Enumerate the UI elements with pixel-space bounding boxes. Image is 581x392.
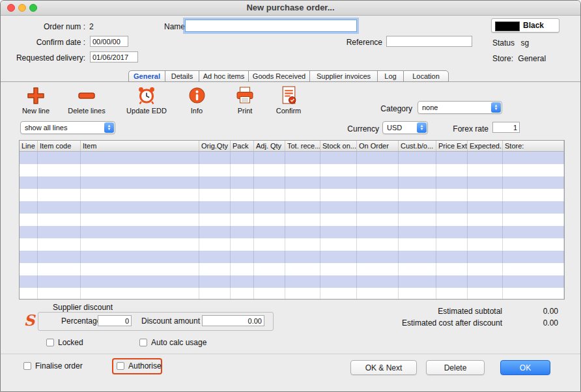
discount-amount-label: Discount amount [141,316,200,326]
column-separator [399,152,436,299]
column-separator [357,152,399,299]
category-dropdown[interactable]: none ▲▼ [418,101,502,114]
order-num-label: Order num : [1,22,85,31]
confirm-date-input[interactable] [90,36,128,47]
title-bar[interactable]: New purchase order... [1,1,580,16]
column-header-on-order[interactable]: On Order [357,141,399,151]
confirm-button[interactable]: Confirm [264,85,313,115]
category-value: none [422,104,438,111]
forex-rate-label: Forex rate [449,124,489,133]
tab-ad-hoc-items[interactable]: Ad hoc items [199,70,248,82]
chevron-up-down-icon: ▲▼ [104,122,114,133]
column-separator [20,152,38,299]
info-label: Info [191,107,203,115]
column-header-price-ext[interactable]: Price Ext [436,141,468,151]
line-filter-value: show all lines [25,124,67,132]
store-label: Store: [492,54,513,63]
name-input[interactable] [185,20,357,32]
confirm-label: Confirm [276,107,302,115]
locked-label: Locked [58,338,83,347]
info-button[interactable]: Info [172,85,221,115]
percentage-input[interactable] [98,315,132,326]
locked-checkbox[interactable] [46,339,54,346]
finalise-order-checkbox[interactable] [23,362,31,370]
store-value: General [518,54,546,63]
tab-general[interactable]: General [128,70,165,82]
column-header-store[interactable]: Store: [503,141,564,151]
info-icon [188,85,206,105]
supplier-icon[interactable]: S [21,313,37,328]
column-header-adj-qty[interactable]: Adj. Qty [254,141,285,151]
table-grid-lines [20,152,564,299]
new-line-label: New line [22,107,50,115]
column-separator [231,152,254,299]
forex-rate-input[interactable] [492,122,520,133]
estimated-cost-after-discount-value: 0.00 [515,318,558,328]
tab-supplier-invoices[interactable]: Supplier invoices [309,70,377,82]
supplier-discount-label: Supplier discount [53,303,113,312]
color-picker-button[interactable]: Black [491,18,560,33]
estimated-cost-after-discount-label: Estimated cost after discount [365,318,502,328]
color-swatch [495,21,520,31]
status-value: sg [520,38,529,48]
finalise-order-label: Finalise order [35,361,83,371]
update-edd-button[interactable]: Update EDD [122,85,171,115]
confirm-icon [280,85,298,105]
column-header-tot-received[interactable]: Tot. rece... [285,141,320,151]
footer-divider [1,354,581,354]
discount-amount-input[interactable] [202,315,264,326]
print-label: Print [238,107,253,115]
name-label: Name [164,22,185,31]
purchase-order-window: New purchase order... Order num : 2 Name… [0,0,581,392]
column-header-expected[interactable]: Expected... [468,141,503,151]
column-separator [199,152,231,299]
delete-lines-label: Delete lines [68,107,105,115]
column-separator [468,152,503,299]
confirm-date-label: Confirm date : [1,38,85,47]
estimated-subtotal-label: Estimated subtotal [391,307,502,316]
print-button[interactable]: Print [220,85,270,115]
column-separator [38,152,81,299]
requested-delivery-input[interactable] [90,51,138,63]
requested-delivery-label: Requested delivery: [1,53,85,63]
order-num-value: 2 [89,22,94,31]
order-lines-table: Line Item code Item Orig.Qty Pack Adj. Q… [19,140,565,300]
column-header-orig-qty[interactable]: Orig.Qty [199,141,231,151]
column-separator [254,152,285,299]
ok-button[interactable]: OK [500,360,550,375]
ok-and-next-button[interactable]: OK & Next [350,360,417,375]
estimated-subtotal-value: 0.00 [515,307,558,316]
column-header-cust-backorder[interactable]: Cust.b/o... [399,141,436,151]
chevron-up-down-icon: ▲▼ [417,122,427,133]
reference-input[interactable] [386,36,472,47]
column-separator [503,152,564,299]
category-label: Category [373,104,412,113]
order-lines-table-body[interactable] [20,152,564,299]
delete-lines-button[interactable]: Delete lines [62,85,111,115]
tab-bar: General Details Ad hoc items Goods Recei… [128,70,449,82]
new-line-button[interactable]: New line [11,85,61,115]
currency-dropdown[interactable]: USD ▲▼ [382,121,428,134]
column-header-item-code[interactable]: Item code [38,141,81,151]
reference-label: Reference [287,38,382,47]
column-header-item[interactable]: Item [81,141,199,151]
column-header-line[interactable]: Line [20,141,38,151]
delete-button[interactable]: Delete [426,360,485,375]
color-name: Black [523,21,544,30]
currency-label: Currency [340,124,379,133]
line-filter-dropdown[interactable]: show all lines ▲▼ [20,121,115,134]
tab-log[interactable]: Log [377,70,403,82]
authorise-checkbox[interactable] [117,362,124,370]
authorise-label: Authorise [128,361,162,371]
tab-location[interactable]: Location [403,70,449,82]
percentage-label: Percentage [61,316,101,326]
tab-goods-received[interactable]: Goods Received [248,70,309,82]
store-line: Store: General [492,54,546,63]
column-separator [285,152,320,299]
auto-calc-usage-checkbox[interactable] [139,339,147,346]
window-title: New purchase order... [1,3,580,12]
column-header-pack[interactable]: Pack [231,141,254,151]
column-header-stock-on-hand[interactable]: Stock on... [320,141,357,151]
status-line: Status sg [492,38,529,48]
tab-details[interactable]: Details [165,70,199,82]
